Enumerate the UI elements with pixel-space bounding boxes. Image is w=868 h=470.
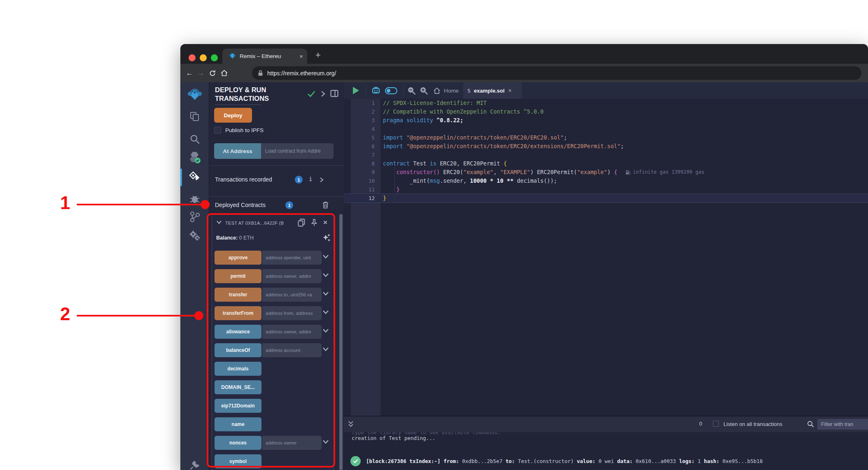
code-text: constructor() ERC20("example", "EXAMPLE"… [383, 168, 617, 177]
terminal-log-text[interactable]: [block:267386 txIndex:-] from: 0xdbb...2… [366, 458, 763, 464]
zoom-out-icon[interactable] [407, 86, 416, 95]
gas-estimate-hint: infinite gas 1399200 gas [625, 168, 704, 177]
zoom-in-icon[interactable] [419, 86, 428, 95]
home-button[interactable] [218, 70, 230, 77]
deploy-run-icon[interactable] [180, 168, 209, 186]
indent-guide [394, 167, 395, 192]
line-number: 11 [351, 185, 375, 194]
copilot-toggle[interactable] [385, 87, 397, 94]
code-text: _mint(msg.sender, 10000 * 10 ** decimals… [383, 177, 557, 185]
deploy-button[interactable]: Deploy [214, 108, 252, 123]
divider [209, 165, 344, 166]
code-line-4: 4 [344, 125, 868, 133]
lock-icon [258, 70, 263, 76]
code-line-1: 1// SPDX-License-Identifier: MIT [344, 99, 868, 107]
divider [366, 86, 366, 95]
line-number: 3 [351, 116, 375, 125]
run-script-play-icon[interactable] [353, 87, 359, 94]
remix-favicon-icon [229, 53, 236, 60]
line-number: 6 [351, 142, 375, 151]
annotation-rectangle [207, 213, 335, 468]
remix-logo-icon[interactable] [180, 86, 209, 104]
line-number: 4 [351, 125, 375, 133]
line-number: 10 [351, 177, 375, 185]
plugin-manager-icon[interactable] [180, 227, 209, 245]
tx-success-check-icon [350, 456, 361, 466]
code-text: // SPDX-License-Identifier: MIT [383, 99, 487, 107]
code-line-10: 10 _mint(msg.sender, 10000 * 10 ** decim… [344, 177, 868, 185]
terminal-bar[interactable]: 0 Listen on all transactions Filter with… [344, 416, 868, 432]
tab-close-icon[interactable]: × [299, 53, 303, 60]
browser-tab[interactable]: Remix – Ethereu × [222, 49, 307, 64]
pin-panel-icon[interactable] [330, 90, 338, 97]
terminal-filter-input[interactable]: Filter with tran [817, 419, 868, 430]
remix-icon-bar [180, 82, 209, 470]
transaction-count: 0 [699, 421, 702, 427]
home-icon [433, 87, 441, 94]
editor-navbar: Home S example.sol × [344, 82, 868, 99]
listen-all-label: Listen on all transactions [723, 421, 782, 427]
terminal: 0 Listen on all transactions Filter with… [344, 416, 868, 470]
back-button[interactable]: ← [184, 69, 195, 77]
line-number: 7 [351, 151, 375, 159]
home-tab[interactable]: Home [433, 87, 459, 94]
plug-icon[interactable] [180, 456, 209, 470]
divider [209, 196, 344, 197]
new-tab-button[interactable]: + [315, 51, 321, 60]
search-icon[interactable] [180, 130, 209, 148]
line-number: 2 [351, 107, 375, 116]
ai-assistant-robot-icon[interactable] [371, 86, 381, 95]
code-text: contract Test is ERC20, ERC20Permit { [383, 159, 507, 168]
solidity-file-icon: S [467, 88, 471, 94]
code-line-12: 12} [344, 193, 868, 203]
transactions-recorded-row[interactable]: Transactions recorded 1 i [209, 175, 344, 184]
zoom-window-button[interactable] [211, 54, 218, 61]
close-window-button[interactable] [189, 54, 196, 61]
trash-icon[interactable] [322, 201, 329, 209]
divider [403, 86, 404, 95]
annotation-dot-2 [194, 311, 203, 320]
deployed-contracts-row: Deployed Contracts 1 [209, 200, 344, 210]
minimize-window-button[interactable] [200, 54, 207, 61]
code-text: pragma solidity ^0.8.22; [383, 116, 463, 125]
code-line-11: 11 } [344, 185, 868, 194]
transactions-expand-chevron-icon[interactable] [320, 177, 324, 183]
deployed-contracts-count-badge: 1 [285, 201, 293, 209]
deployed-contracts-label: Deployed Contracts [215, 202, 266, 208]
terminal-output[interactable]: type the library name to see available c… [344, 432, 868, 470]
title-underline [215, 105, 261, 105]
publish-ipfs-checkbox[interactable] [214, 127, 221, 134]
code-line-9: 9 constructor() ERC20("example", "EXAMPL… [344, 168, 868, 177]
line-number: 12 [351, 194, 375, 202]
git-icon[interactable] [180, 208, 209, 226]
code-line-8: 8contract Test is ERC20, ERC20Permit { [344, 159, 868, 168]
browser-toolbar: ← → https://remix.ethereum.org/ [180, 64, 868, 82]
annotation-dot-1 [201, 200, 210, 209]
publish-ipfs-row: Publish to IPFS [214, 127, 264, 134]
code-lines: 1// SPDX-License-Identifier: MIT2// Comp… [344, 99, 868, 203]
panel-expand-chevron-icon[interactable] [320, 91, 325, 97]
home-tab-label: Home [444, 88, 459, 94]
solidity-compiler-icon[interactable] [180, 148, 209, 166]
forward-button[interactable]: → [195, 69, 207, 77]
code-text: import "@openzeppelin/contracts/token/ER… [383, 133, 567, 142]
file-explorer-icon[interactable] [180, 107, 209, 126]
info-icon[interactable]: i [309, 176, 312, 182]
at-address-input[interactable]: Load contract from Addre [261, 143, 334, 159]
code-line-2: 2// Compatible with OpenZeppelin Contrac… [344, 107, 868, 116]
listen-all-checkbox[interactable] [713, 421, 719, 427]
code-editor[interactable]: 1// SPDX-License-Identifier: MIT2// Comp… [344, 99, 868, 416]
file-tab-example-sol[interactable]: S example.sol × [463, 82, 522, 99]
file-tab-label: example.sol [474, 88, 504, 94]
panel-scrollbar[interactable] [339, 214, 343, 470]
terminal-search-icon[interactable] [807, 421, 814, 428]
code-text: // Compatible with OpenZeppelin Contract… [383, 107, 544, 116]
line-number: 9 [351, 168, 375, 177]
collapse-terminal-icon[interactable] [348, 421, 354, 428]
url-bar[interactable]: https://remix.ethereum.org/ [252, 66, 861, 80]
code-line-6: 6import "@openzeppelin/contracts/token/E… [344, 142, 868, 151]
file-tab-close-icon[interactable]: × [508, 87, 511, 94]
reload-button[interactable] [207, 70, 218, 77]
at-address-button[interactable]: At Address [214, 143, 261, 159]
transactions-count-badge: 1 [295, 176, 303, 184]
